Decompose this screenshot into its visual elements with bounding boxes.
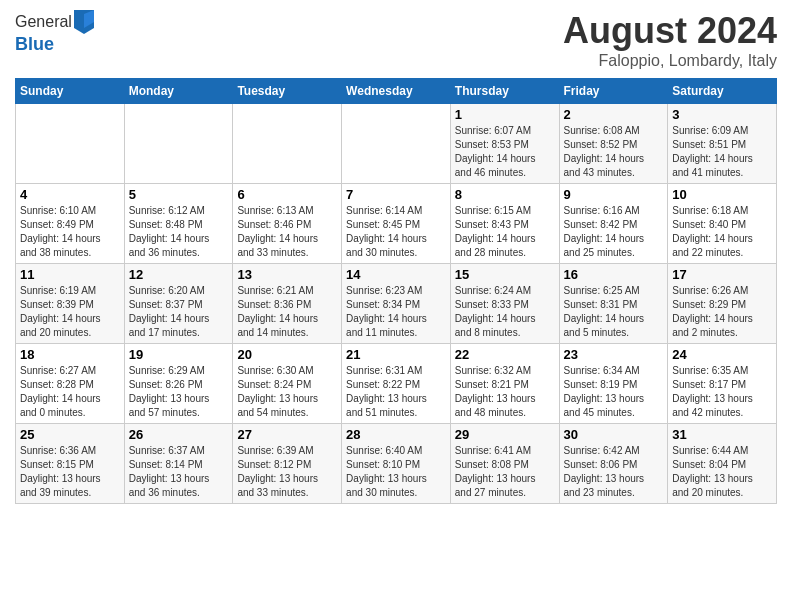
day-detail: Sunrise: 6:25 AM Sunset: 8:31 PM Dayligh… bbox=[564, 284, 664, 340]
day-cell: 2Sunrise: 6:08 AM Sunset: 8:52 PM Daylig… bbox=[559, 104, 668, 184]
day-detail: Sunrise: 6:10 AM Sunset: 8:49 PM Dayligh… bbox=[20, 204, 120, 260]
day-number: 30 bbox=[564, 427, 664, 442]
day-detail: Sunrise: 6:13 AM Sunset: 8:46 PM Dayligh… bbox=[237, 204, 337, 260]
day-number: 3 bbox=[672, 107, 772, 122]
day-cell: 9Sunrise: 6:16 AM Sunset: 8:42 PM Daylig… bbox=[559, 184, 668, 264]
day-detail: Sunrise: 6:42 AM Sunset: 8:06 PM Dayligh… bbox=[564, 444, 664, 500]
day-number: 2 bbox=[564, 107, 664, 122]
week-row-3: 11Sunrise: 6:19 AM Sunset: 8:39 PM Dayli… bbox=[16, 264, 777, 344]
col-header-thursday: Thursday bbox=[450, 79, 559, 104]
day-cell: 31Sunrise: 6:44 AM Sunset: 8:04 PM Dayli… bbox=[668, 424, 777, 504]
calendar-table: SundayMondayTuesdayWednesdayThursdayFrid… bbox=[15, 78, 777, 504]
day-cell: 16Sunrise: 6:25 AM Sunset: 8:31 PM Dayli… bbox=[559, 264, 668, 344]
day-detail: Sunrise: 6:18 AM Sunset: 8:40 PM Dayligh… bbox=[672, 204, 772, 260]
day-detail: Sunrise: 6:30 AM Sunset: 8:24 PM Dayligh… bbox=[237, 364, 337, 420]
day-cell: 3Sunrise: 6:09 AM Sunset: 8:51 PM Daylig… bbox=[668, 104, 777, 184]
day-cell: 19Sunrise: 6:29 AM Sunset: 8:26 PM Dayli… bbox=[124, 344, 233, 424]
day-detail: Sunrise: 6:21 AM Sunset: 8:36 PM Dayligh… bbox=[237, 284, 337, 340]
day-cell: 5Sunrise: 6:12 AM Sunset: 8:48 PM Daylig… bbox=[124, 184, 233, 264]
day-number: 23 bbox=[564, 347, 664, 362]
day-number: 25 bbox=[20, 427, 120, 442]
day-cell: 15Sunrise: 6:24 AM Sunset: 8:33 PM Dayli… bbox=[450, 264, 559, 344]
day-detail: Sunrise: 6:07 AM Sunset: 8:53 PM Dayligh… bbox=[455, 124, 555, 180]
day-cell: 25Sunrise: 6:36 AM Sunset: 8:15 PM Dayli… bbox=[16, 424, 125, 504]
day-cell: 29Sunrise: 6:41 AM Sunset: 8:08 PM Dayli… bbox=[450, 424, 559, 504]
col-header-monday: Monday bbox=[124, 79, 233, 104]
day-cell: 4Sunrise: 6:10 AM Sunset: 8:49 PM Daylig… bbox=[16, 184, 125, 264]
day-detail: Sunrise: 6:34 AM Sunset: 8:19 PM Dayligh… bbox=[564, 364, 664, 420]
week-row-2: 4Sunrise: 6:10 AM Sunset: 8:49 PM Daylig… bbox=[16, 184, 777, 264]
day-number: 27 bbox=[237, 427, 337, 442]
day-cell: 1Sunrise: 6:07 AM Sunset: 8:53 PM Daylig… bbox=[450, 104, 559, 184]
week-row-4: 18Sunrise: 6:27 AM Sunset: 8:28 PM Dayli… bbox=[16, 344, 777, 424]
day-number: 8 bbox=[455, 187, 555, 202]
day-number: 5 bbox=[129, 187, 229, 202]
header: General Blue August 2024 Faloppio, Lomba… bbox=[15, 10, 777, 70]
day-number: 17 bbox=[672, 267, 772, 282]
subtitle: Faloppio, Lombardy, Italy bbox=[563, 52, 777, 70]
logo: General Blue bbox=[15, 10, 94, 55]
day-cell: 7Sunrise: 6:14 AM Sunset: 8:45 PM Daylig… bbox=[342, 184, 451, 264]
day-number: 4 bbox=[20, 187, 120, 202]
day-detail: Sunrise: 6:12 AM Sunset: 8:48 PM Dayligh… bbox=[129, 204, 229, 260]
day-cell: 24Sunrise: 6:35 AM Sunset: 8:17 PM Dayli… bbox=[668, 344, 777, 424]
day-cell: 21Sunrise: 6:31 AM Sunset: 8:22 PM Dayli… bbox=[342, 344, 451, 424]
day-detail: Sunrise: 6:15 AM Sunset: 8:43 PM Dayligh… bbox=[455, 204, 555, 260]
day-number: 28 bbox=[346, 427, 446, 442]
day-detail: Sunrise: 6:16 AM Sunset: 8:42 PM Dayligh… bbox=[564, 204, 664, 260]
day-detail: Sunrise: 6:44 AM Sunset: 8:04 PM Dayligh… bbox=[672, 444, 772, 500]
day-cell bbox=[342, 104, 451, 184]
day-number: 6 bbox=[237, 187, 337, 202]
day-number: 13 bbox=[237, 267, 337, 282]
day-number: 26 bbox=[129, 427, 229, 442]
day-detail: Sunrise: 6:27 AM Sunset: 8:28 PM Dayligh… bbox=[20, 364, 120, 420]
day-number: 21 bbox=[346, 347, 446, 362]
logo-general-text: General bbox=[15, 13, 72, 31]
day-detail: Sunrise: 6:08 AM Sunset: 8:52 PM Dayligh… bbox=[564, 124, 664, 180]
day-detail: Sunrise: 6:36 AM Sunset: 8:15 PM Dayligh… bbox=[20, 444, 120, 500]
day-number: 18 bbox=[20, 347, 120, 362]
day-detail: Sunrise: 6:19 AM Sunset: 8:39 PM Dayligh… bbox=[20, 284, 120, 340]
day-number: 20 bbox=[237, 347, 337, 362]
day-detail: Sunrise: 6:39 AM Sunset: 8:12 PM Dayligh… bbox=[237, 444, 337, 500]
day-detail: Sunrise: 6:24 AM Sunset: 8:33 PM Dayligh… bbox=[455, 284, 555, 340]
day-number: 29 bbox=[455, 427, 555, 442]
day-number: 12 bbox=[129, 267, 229, 282]
day-cell: 27Sunrise: 6:39 AM Sunset: 8:12 PM Dayli… bbox=[233, 424, 342, 504]
page-container: General Blue August 2024 Faloppio, Lomba… bbox=[0, 0, 792, 514]
col-header-sunday: Sunday bbox=[16, 79, 125, 104]
day-number: 31 bbox=[672, 427, 772, 442]
header-row: SundayMondayTuesdayWednesdayThursdayFrid… bbox=[16, 79, 777, 104]
day-detail: Sunrise: 6:35 AM Sunset: 8:17 PM Dayligh… bbox=[672, 364, 772, 420]
day-number: 1 bbox=[455, 107, 555, 122]
day-detail: Sunrise: 6:41 AM Sunset: 8:08 PM Dayligh… bbox=[455, 444, 555, 500]
day-number: 7 bbox=[346, 187, 446, 202]
col-header-friday: Friday bbox=[559, 79, 668, 104]
day-number: 15 bbox=[455, 267, 555, 282]
week-row-5: 25Sunrise: 6:36 AM Sunset: 8:15 PM Dayli… bbox=[16, 424, 777, 504]
day-cell: 30Sunrise: 6:42 AM Sunset: 8:06 PM Dayli… bbox=[559, 424, 668, 504]
day-number: 9 bbox=[564, 187, 664, 202]
day-number: 14 bbox=[346, 267, 446, 282]
logo-icon bbox=[74, 10, 94, 34]
title-block: August 2024 Faloppio, Lombardy, Italy bbox=[563, 10, 777, 70]
day-cell: 17Sunrise: 6:26 AM Sunset: 8:29 PM Dayli… bbox=[668, 264, 777, 344]
day-cell: 22Sunrise: 6:32 AM Sunset: 8:21 PM Dayli… bbox=[450, 344, 559, 424]
day-cell: 8Sunrise: 6:15 AM Sunset: 8:43 PM Daylig… bbox=[450, 184, 559, 264]
day-cell bbox=[124, 104, 233, 184]
main-title: August 2024 bbox=[563, 10, 777, 52]
col-header-tuesday: Tuesday bbox=[233, 79, 342, 104]
day-detail: Sunrise: 6:14 AM Sunset: 8:45 PM Dayligh… bbox=[346, 204, 446, 260]
day-cell: 28Sunrise: 6:40 AM Sunset: 8:10 PM Dayli… bbox=[342, 424, 451, 504]
day-number: 24 bbox=[672, 347, 772, 362]
day-cell: 23Sunrise: 6:34 AM Sunset: 8:19 PM Dayli… bbox=[559, 344, 668, 424]
day-cell: 6Sunrise: 6:13 AM Sunset: 8:46 PM Daylig… bbox=[233, 184, 342, 264]
day-detail: Sunrise: 6:40 AM Sunset: 8:10 PM Dayligh… bbox=[346, 444, 446, 500]
day-cell bbox=[16, 104, 125, 184]
day-cell: 26Sunrise: 6:37 AM Sunset: 8:14 PM Dayli… bbox=[124, 424, 233, 504]
day-cell: 12Sunrise: 6:20 AM Sunset: 8:37 PM Dayli… bbox=[124, 264, 233, 344]
day-detail: Sunrise: 6:23 AM Sunset: 8:34 PM Dayligh… bbox=[346, 284, 446, 340]
col-header-saturday: Saturday bbox=[668, 79, 777, 104]
day-cell: 14Sunrise: 6:23 AM Sunset: 8:34 PM Dayli… bbox=[342, 264, 451, 344]
day-cell bbox=[233, 104, 342, 184]
